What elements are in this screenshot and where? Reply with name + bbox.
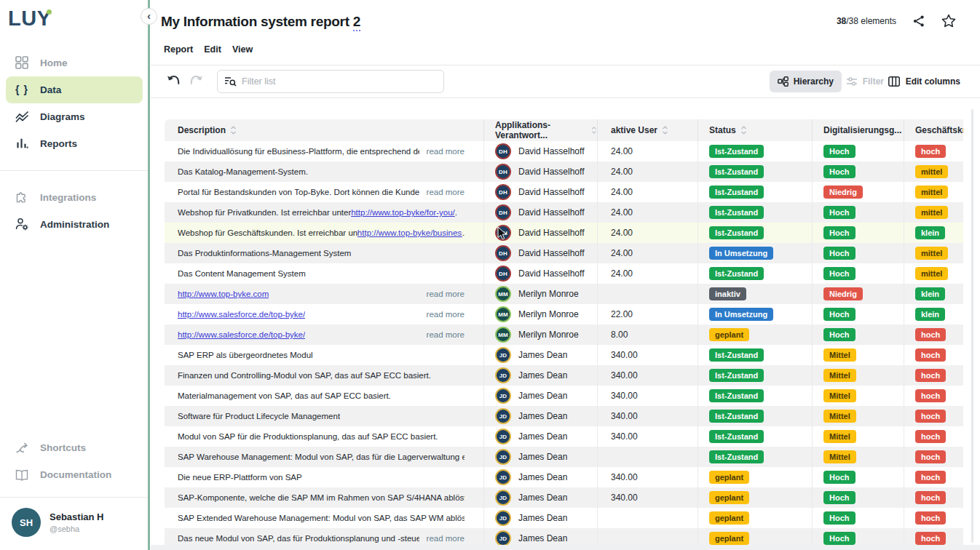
avatar[interactable]: JD bbox=[495, 510, 511, 526]
table-body: Die Individuallösung für eBusiness-Platt… bbox=[165, 141, 963, 549]
avatar[interactable]: DH bbox=[495, 164, 511, 180]
table-row[interactable]: Finanzen und Controlling-Modul von SAP, … bbox=[165, 365, 963, 386]
data-braces-icon: { } bbox=[15, 84, 29, 95]
read-more-link[interactable]: read more bbox=[419, 534, 465, 543]
column-header-digitalisierungsgrad[interactable]: Digitalisierungsg... bbox=[812, 119, 904, 141]
page-title-text: My Information system report bbox=[161, 14, 353, 29]
sidebar-item-reports[interactable]: Reports bbox=[0, 130, 149, 157]
status-badge: Ist-Zustand bbox=[709, 206, 764, 219]
column-header-aktive-user[interactable]: aktive User bbox=[597, 119, 698, 141]
sort-icon bbox=[740, 126, 747, 135]
owner-cell: DHDavid Hasselhoff bbox=[483, 202, 597, 223]
avatar[interactable]: JD bbox=[495, 449, 511, 465]
edit-columns-button[interactable]: Edit columns bbox=[888, 71, 960, 92]
sliders-icon bbox=[846, 76, 858, 87]
avatar[interactable]: MM bbox=[495, 327, 511, 343]
read-more-link[interactable]: read more bbox=[419, 310, 465, 319]
columns-icon bbox=[888, 76, 900, 87]
description-link[interactable]: http://www.salesforce.de/top-byke/ bbox=[178, 310, 305, 319]
table-row[interactable]: Die Individuallösung für eBusiness-Platt… bbox=[165, 141, 963, 162]
table-row[interactable]: Portal für Bestandskunden von Top-Byke. … bbox=[165, 182, 963, 202]
table-row[interactable]: http://www.salesforce.de/top-byke/read m… bbox=[165, 304, 963, 324]
owner-cell: MMMerilyn Monroe bbox=[483, 284, 597, 304]
status-cell: Ist-Zustand bbox=[698, 406, 812, 426]
table-row[interactable]: Materialmanagement von SAP, das auf SAP … bbox=[165, 386, 963, 406]
hierarchy-icon bbox=[778, 76, 789, 87]
sidebar-item-documentation[interactable]: Documentation bbox=[0, 461, 149, 488]
avatar[interactable]: JD bbox=[495, 367, 511, 383]
avatar[interactable]: JD bbox=[495, 490, 511, 506]
filter-list-input[interactable] bbox=[217, 70, 444, 93]
table-row[interactable]: Software für Product Lifecycle Managemen… bbox=[165, 406, 963, 426]
status-badge: Ist-Zustand bbox=[709, 267, 764, 280]
table-row[interactable]: SAP ERP als übergeordnetes ModulJDJames … bbox=[165, 345, 963, 365]
description-text: Das neue Modul von SAP, das für Produkti… bbox=[178, 534, 419, 543]
avatar[interactable]: JD bbox=[495, 388, 511, 404]
column-header-geschaeftskritikalitaet[interactable]: Geschäftskritik bbox=[904, 119, 963, 141]
avatar[interactable]: DH bbox=[495, 204, 511, 220]
sidebar-item-administration[interactable]: Administration bbox=[0, 211, 149, 238]
vertical-scrollbar[interactable] bbox=[971, 109, 973, 543]
sort-icon bbox=[230, 126, 237, 135]
avatar[interactable]: MM bbox=[495, 286, 511, 302]
table-row[interactable]: SAP-Komponente, welche die SAP MM im Rah… bbox=[165, 487, 963, 508]
digitalisierung-cell: Mittel bbox=[812, 406, 904, 426]
table-row[interactable]: Die neue ERP-Plattform von SAPJDJames De… bbox=[165, 467, 963, 487]
table-row[interactable]: Das Produktinformations-Management Syste… bbox=[165, 243, 963, 263]
description-link[interactable]: http://www.top-byke.com bbox=[178, 290, 269, 298]
geschaeftskritikalitaet-cell: hoch bbox=[904, 467, 963, 487]
sidebar-item-home[interactable]: Home bbox=[0, 49, 149, 76]
avatar[interactable]: JD bbox=[495, 530, 511, 546]
read-more-link[interactable]: read more bbox=[419, 290, 465, 298]
filter-button[interactable]: Filter bbox=[846, 71, 884, 92]
read-more-link[interactable]: read more bbox=[419, 330, 465, 339]
hierarchy-button[interactable]: Hierarchy bbox=[770, 71, 842, 92]
avatar[interactable]: DH bbox=[495, 266, 511, 282]
description-link[interactable]: http://www.top-byke/for-you/ bbox=[351, 208, 455, 217]
digitalisierung-cell: Niedrig bbox=[812, 284, 904, 304]
sidebar-item-shortcuts[interactable]: Shortcuts bbox=[0, 434, 149, 461]
read-more-link[interactable]: read more bbox=[419, 147, 465, 156]
collapse-sidebar-button[interactable]: ‹ bbox=[141, 8, 157, 25]
sidebar-item-data[interactable]: { } Data bbox=[6, 76, 143, 103]
column-header-applikations-verantwortlicher[interactable]: Applikations-Verantwort... bbox=[483, 119, 597, 141]
menu-item-report[interactable]: Report bbox=[164, 44, 193, 55]
sidebar-item-integrations[interactable]: Integrations bbox=[0, 184, 149, 211]
description-link[interactable]: http://www.salesforce.de/top-byke/ bbox=[178, 330, 305, 339]
status-badge: hoch bbox=[915, 491, 946, 504]
read-more-link[interactable]: read more bbox=[419, 188, 465, 196]
table-row[interactable]: Modul von SAP für die Produktionsplanung… bbox=[165, 426, 963, 447]
table-row[interactable]: Das Katalog-Management-System.DHDavid Ha… bbox=[165, 162, 963, 182]
undo-icon[interactable] bbox=[167, 74, 181, 86]
table-row[interactable]: Das Content Management SystemDHDavid Has… bbox=[165, 263, 963, 284]
menu-item-edit[interactable]: Edit bbox=[204, 44, 221, 55]
redo-icon[interactable] bbox=[189, 74, 203, 86]
user-profile[interactable]: SH Sebastian H @sebha bbox=[0, 498, 149, 550]
avatar[interactable]: DH bbox=[495, 225, 511, 241]
horizontal-scrollbar[interactable] bbox=[151, 545, 980, 550]
table-row[interactable]: http://www.top-byke.comread moreMMMerily… bbox=[165, 284, 963, 304]
status-badge: Ist-Zustand bbox=[709, 186, 764, 199]
description-link[interactable]: http://www.top-byke/business/ bbox=[357, 228, 462, 237]
digitalisierung-cell: Mittel bbox=[812, 345, 904, 365]
avatar[interactable]: MM bbox=[495, 306, 511, 322]
table-row[interactable]: SAP Warehouse Management: Modul von SAP,… bbox=[165, 447, 963, 467]
sidebar-item-diagrams[interactable]: Diagrams bbox=[0, 103, 149, 130]
avatar[interactable]: DH bbox=[495, 143, 511, 159]
table-row[interactable]: http://www.salesforce.de/top-byke/read m… bbox=[165, 324, 963, 345]
owner-cell: MMMerilyn Monroe bbox=[483, 304, 597, 324]
share-icon[interactable] bbox=[912, 15, 925, 28]
avatar[interactable]: DH bbox=[495, 245, 511, 261]
column-header-description[interactable]: Description bbox=[165, 119, 483, 141]
avatar[interactable]: JD bbox=[495, 408, 511, 424]
avatar[interactable]: DH bbox=[495, 184, 511, 200]
table-row[interactable]: Webshop für Privatkunden. Ist erreichbar… bbox=[165, 202, 963, 223]
column-header-status[interactable]: Status bbox=[698, 119, 812, 141]
menu-item-view[interactable]: View bbox=[232, 44, 253, 55]
avatar[interactable]: JD bbox=[495, 469, 511, 485]
star-icon[interactable] bbox=[941, 14, 956, 28]
table-row[interactable]: SAP Extended Warehouse Management: Modul… bbox=[165, 508, 963, 528]
table-row[interactable]: Webshop für Geschäftskunden. Ist erreich… bbox=[165, 223, 963, 243]
avatar[interactable]: JD bbox=[495, 429, 511, 445]
avatar[interactable]: JD bbox=[495, 347, 511, 363]
